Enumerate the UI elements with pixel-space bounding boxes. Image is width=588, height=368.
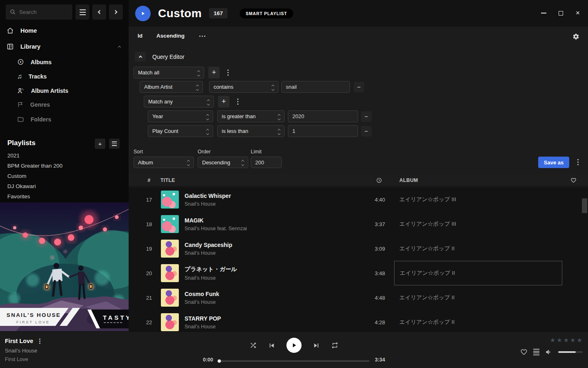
sort-select[interactable]: Album [134, 157, 194, 168]
rule-field-select[interactable]: Year [148, 110, 213, 122]
playlist-item[interactable]: DJ Okawari [7, 183, 36, 189]
next-track-icon[interactable] [312, 341, 321, 350]
playlist-play-button[interactable] [135, 6, 151, 21]
order-select[interactable]: Descending [198, 157, 248, 168]
settings-gear-icon[interactable] [572, 33, 579, 40]
track-row[interactable]: 20プラネット・ガールSnail’s House3:48エイリアン☆ポップ II [129, 261, 588, 285]
track-row[interactable]: 22STARRY POPSnail’s House4:28エイリアン☆ポップ I… [129, 310, 588, 331]
album-cell[interactable]: エイリアン☆ポップ II [394, 285, 562, 310]
sort-toolbar: Id Ascending [138, 33, 206, 39]
track-row[interactable]: 19Candy SpaceshipSnail’s House3:09エイリアン☆… [129, 236, 588, 261]
more-options-icon[interactable] [198, 33, 206, 39]
sidebar-item-folders[interactable]: Folders [17, 116, 51, 123]
sort-direction-control[interactable]: Ascending [156, 33, 185, 39]
repeat-icon[interactable] [331, 341, 339, 349]
group-kebab-menu[interactable] [234, 96, 242, 108]
column-index[interactable]: # [138, 177, 160, 183]
album-cell[interactable]: エイリアン☆ポップ III [394, 187, 562, 212]
remove-rule-button[interactable]: − [354, 82, 364, 92]
album-cell[interactable]: エイリアン☆ポップ III [394, 212, 562, 236]
track-row[interactable]: 17Galactic WhisperSnail’s House4:40エイリアン… [129, 187, 588, 212]
window-minimize-button[interactable] [538, 9, 549, 17]
playlist-list-button[interactable] [109, 139, 120, 149]
rule-operator-select[interactable]: is greater than [217, 110, 285, 122]
albums-icon [17, 58, 24, 65]
track-row[interactable]: 18MAGIKSnail’s House feat. Sennzai3:37エイ… [129, 212, 588, 236]
rating-star-icon[interactable]: ★ [557, 337, 562, 344]
match-type-select[interactable]: Match all [134, 67, 204, 79]
album-cell[interactable]: エイリアン☆ポップ II [394, 236, 562, 261]
genres-icon [17, 101, 24, 108]
previous-track-icon[interactable] [268, 341, 276, 350]
shuffle-icon[interactable] [249, 341, 257, 349]
rating-star-icon[interactable]: ★ [570, 337, 575, 344]
column-album[interactable]: ALBUM [399, 177, 418, 183]
rule-operator-select[interactable]: contains [209, 81, 278, 93]
sort-field-control[interactable]: Id [138, 33, 143, 39]
sidebar-item-library[interactable]: Library [7, 43, 122, 50]
album-art-thumbnail [161, 313, 179, 331]
remove-rule-button[interactable]: − [361, 126, 372, 137]
sidebar-item-tracks[interactable]: ♫Tracks [17, 73, 47, 80]
favorite-heart-icon[interactable] [520, 348, 528, 356]
playlist-item[interactable]: 2021 [7, 153, 20, 159]
playlist-item[interactable]: Custom [7, 173, 27, 179]
volume-icon[interactable] [545, 348, 552, 356]
album-cell[interactable]: エイリアン☆ポップ II [394, 261, 562, 285]
track-title: STARRY POP [185, 315, 221, 322]
rating-star-icon[interactable]: ★ [564, 337, 569, 344]
sidebar-item-albums[interactable]: Albums [17, 58, 51, 65]
save-kebab-menu[interactable] [574, 157, 582, 168]
add-rule-button[interactable]: + [218, 96, 229, 108]
track-number: 17 [138, 197, 160, 203]
album-cell[interactable]: エイリアン☆ポップ II [394, 310, 562, 331]
now-playing-kebab-menu[interactable] [39, 338, 41, 344]
rule-field-select[interactable]: Play Count [148, 125, 213, 137]
search-box[interactable] [6, 4, 72, 20]
add-rule-button[interactable]: + [208, 67, 220, 79]
collapse-query-editor-button[interactable] [135, 52, 146, 61]
favorite-heart-icon[interactable] [570, 177, 577, 183]
scrollbar-thumb[interactable] [582, 198, 587, 213]
search-input[interactable] [19, 9, 68, 15]
rule-value-input[interactable] [288, 125, 358, 137]
rule-value-input[interactable] [288, 110, 358, 122]
chevron-up-icon[interactable] [118, 46, 121, 49]
smart-playlist-badge: SMART PLAYLIST [240, 9, 293, 18]
rule-operator-select[interactable]: is less than [217, 125, 285, 137]
rating-star-icon[interactable]: ★ [577, 337, 582, 344]
playlist-item[interactable]: Favorites [7, 193, 30, 200]
playlist-item[interactable]: BPM Greater than 200 [7, 163, 62, 169]
sidebar-item-home[interactable]: Home [7, 27, 122, 34]
window-maximize-button[interactable] [555, 9, 566, 17]
column-title[interactable]: TITLE [160, 177, 175, 183]
minimize-icon [541, 13, 546, 13]
rule-field-select[interactable]: Album Artist [140, 81, 203, 93]
rating-star-icon[interactable]: ★ [550, 337, 555, 344]
queue-icon[interactable] [533, 349, 539, 355]
back-button[interactable] [92, 4, 106, 20]
duration-clock-icon[interactable] [376, 177, 382, 183]
limit-input[interactable] [251, 157, 282, 168]
search-icon [10, 9, 16, 15]
sidebar-item-album-artists[interactable]: Album Artists [17, 87, 68, 94]
remove-rule-button[interactable]: − [361, 111, 372, 122]
play-icon [140, 11, 146, 16]
rule-value-input[interactable] [281, 81, 350, 93]
seek-slider[interactable] [218, 360, 370, 362]
track-duration: 4:40 [357, 197, 385, 203]
play-button[interactable] [287, 338, 302, 353]
forward-button[interactable] [109, 4, 123, 20]
volume-slider[interactable] [558, 351, 583, 353]
add-playlist-button[interactable]: + [95, 139, 105, 149]
window-close-button[interactable]: × [572, 9, 583, 17]
album-art-thumbnail [161, 264, 179, 282]
group-kebab-menu[interactable] [224, 67, 232, 79]
track-row[interactable]: 21Cosmo FunkSnail’s House4:48エイリアン☆ポップ I… [129, 285, 588, 310]
save-as-button[interactable]: Save as [538, 157, 569, 168]
menu-button[interactable] [76, 4, 89, 20]
sidebar-item-genres[interactable]: Genres [17, 101, 50, 108]
match-type-select[interactable]: Match any [144, 96, 214, 108]
seek-thumb[interactable] [218, 359, 221, 363]
track-duration: 3:37 [357, 221, 385, 227]
